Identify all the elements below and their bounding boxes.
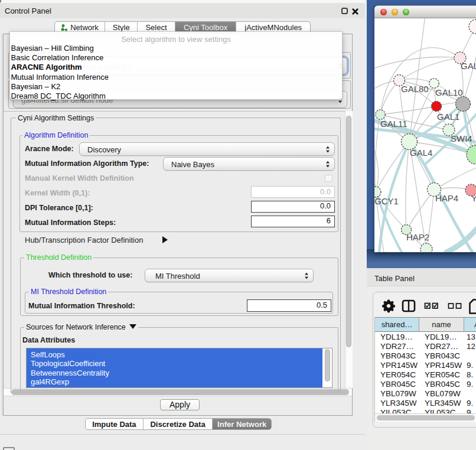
svg-text:GAL80: GAL80 bbox=[401, 84, 429, 94]
svg-text:GAL1: GAL1 bbox=[437, 112, 459, 122]
svg-text:HAP2: HAP2 bbox=[406, 232, 429, 242]
svg-text:GAL10: GAL10 bbox=[435, 87, 463, 97]
svg-text:SWI4: SWI4 bbox=[451, 133, 472, 144]
svg-text:GCY1: GCY1 bbox=[374, 196, 399, 206]
svg-text:GAL11: GAL11 bbox=[380, 119, 407, 129]
svg-text:YD: YD bbox=[471, 193, 476, 203]
svg-text:HAP4: HAP4 bbox=[435, 193, 458, 203]
svg-text:GAL7: GAL7 bbox=[461, 61, 476, 71]
svg-text:GAL4: GAL4 bbox=[410, 148, 432, 158]
